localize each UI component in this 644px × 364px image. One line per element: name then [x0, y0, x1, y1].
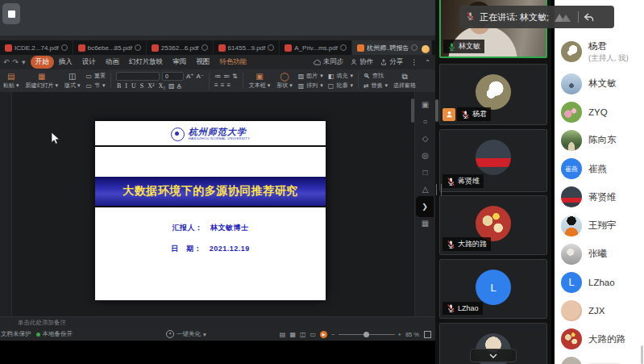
shapes-button[interactable]: ◯ 形状 ▾	[273, 73, 295, 90]
increase-font-icon[interactable]: A⁺	[186, 73, 194, 80]
strip-scrollbar[interactable]	[435, 99, 438, 122]
collapse-ribbon-icon[interactable]: ⌃	[425, 59, 430, 66]
document-tab[interactable]: bc6ebe...85.pdf	[73, 40, 147, 55]
share-button[interactable]: 分享	[380, 57, 403, 67]
panel-resize-handle[interactable]	[436, 184, 442, 195]
decrease-font-icon[interactable]: A⁻	[197, 73, 205, 80]
font-name-input[interactable]	[116, 72, 160, 81]
participant-row[interactable]: 崔燕崔燕	[555, 155, 644, 183]
normal-view-icon[interactable]: ▤	[280, 331, 286, 338]
number-list-icon[interactable]: ≕	[223, 73, 230, 80]
font-size-input[interactable]: 0	[162, 72, 184, 81]
font-color-icon[interactable]: A̲	[177, 82, 181, 90]
rail-panel-icon-1[interactable]: ▣	[422, 100, 429, 109]
participant-row[interactable]: 林文敏	[555, 69, 644, 98]
new-slide-button[interactable]: ▦ 新建幻灯片 ▾	[22, 73, 60, 90]
rail-panel-icon-3[interactable]: ◇	[422, 134, 429, 143]
participant-row[interactable]: 陈向东	[555, 126, 644, 154]
align-right-icon[interactable]: ≡	[226, 82, 231, 89]
undo-icon[interactable]: ↶	[3, 58, 10, 66]
notes-view-icon[interactable]: ▭	[310, 331, 317, 338]
menu-tab-审阅[interactable]: 审阅	[168, 56, 191, 69]
fill-button[interactable]: ◧填充 ▾	[328, 72, 353, 80]
format-X₂-button[interactable]: X₂	[157, 82, 166, 90]
line-spacing-icon[interactable]: ⇅	[232, 73, 238, 80]
format-S-button[interactable]: S	[139, 82, 144, 90]
highlight-color-icon[interactable]: ▨	[168, 82, 175, 90]
beautify-button[interactable]: ✦ 一键美化▾	[166, 330, 206, 338]
more-menu-icon[interactable]: ⋮	[410, 58, 418, 66]
rail-panel-icon-6[interactable]: △	[422, 185, 429, 194]
reading-view-icon[interactable]: ◫	[300, 331, 306, 338]
slide-thumbnail-panel[interactable]	[0, 92, 12, 316]
fit-slide-icon[interactable]	[424, 331, 431, 338]
participant-row[interactable]: ZYQ	[555, 98, 644, 126]
video-tile[interactable]: 大路的路	[439, 195, 547, 255]
menu-tab-幻灯片放映[interactable]: 幻灯片放映	[124, 56, 168, 69]
bullet-list-icon[interactable]: ≔	[214, 73, 221, 80]
history-dropdown-icon[interactable]: ▾	[22, 58, 26, 66]
video-tile[interactable]: 杨君	[439, 64, 547, 125]
stop-share-button[interactable]	[2, 3, 20, 24]
slide-sorter-icon[interactable]: ▦	[289, 331, 296, 338]
expand-panel-button[interactable]: ❯	[416, 196, 434, 217]
collapse-videos-button[interactable]	[470, 349, 517, 362]
zoom-out-icon[interactable]: −	[331, 331, 334, 338]
reset-button[interactable]: ▭重置	[85, 72, 106, 80]
menu-tab-插入[interactable]: 插入	[54, 56, 77, 69]
picture-button[interactable]: ▨图片 ▾	[298, 72, 323, 80]
participant-row[interactable]: LLZhao	[555, 268, 644, 296]
slideshow-play-button[interactable]: ▶	[320, 331, 327, 338]
text-box-button[interactable]: ▣ 文本框 ▾	[246, 73, 273, 90]
notes-bar[interactable]: 单击此处添加备注	[0, 316, 435, 328]
outline-button[interactable]: ▢轮廓 ▾	[328, 82, 353, 90]
arrange-button[interactable]: ▥排列 ▾	[298, 82, 323, 90]
document-tab[interactable]: 25362...6.pdf	[147, 40, 214, 55]
redo-icon[interactable]: ↷	[13, 58, 19, 66]
sync-status[interactable]: 未同步	[314, 57, 344, 67]
video-tile[interactable]: L LZhao	[439, 259, 547, 319]
align-left-icon[interactable]: ≡	[214, 82, 218, 89]
rail-panel-icon-5[interactable]: □	[422, 168, 427, 177]
video-tile[interactable]: 蒋贤维	[439, 129, 547, 192]
document-tab[interactable]: A_Priv...ms.pdf	[280, 40, 352, 55]
participant-row[interactable]: ZJX	[555, 297, 644, 325]
zoom-slider[interactable]	[339, 334, 395, 335]
rail-panel-icon-4[interactable]: ◎	[422, 151, 429, 160]
rail-panel-icon-8[interactable]: ▦	[422, 219, 429, 228]
participant-row[interactable]: 大路的路	[555, 325, 644, 354]
account-avatar[interactable]	[422, 45, 430, 53]
find-button[interactable]: 🔍︎查找	[364, 72, 388, 80]
restore-window-icon[interactable]	[584, 13, 594, 22]
paste-button[interactable]: ▤ 粘贴 ▾	[0, 73, 22, 90]
section-button[interactable]: ▭节 ▾	[85, 82, 106, 90]
collaborate-button[interactable]: 协作	[351, 57, 373, 67]
participant-row[interactable]: 杨君(主持人, 我)	[555, 34, 644, 69]
layout-button[interactable]: ◫ 版式 ▾	[61, 73, 83, 90]
format-U-button[interactable]: U	[131, 82, 137, 90]
zoom-in-icon[interactable]: +	[398, 331, 401, 338]
format-B-button[interactable]: B	[116, 82, 122, 90]
zoom-slider-knob[interactable]	[364, 332, 369, 337]
menu-tab-设计[interactable]: 设计	[77, 56, 101, 69]
slide[interactable]: 杭州师范大学 HANGZHOU NORMAL UNIVERSITY 大数据环境下…	[95, 121, 326, 300]
speaking-indicator-bar[interactable]: 正在讲话: 林文敏;	[459, 6, 614, 28]
menu-tab-动画[interactable]: 动画	[101, 56, 124, 69]
participant-row[interactable]: 张曦	[555, 240, 644, 268]
menu-tab-特色功能[interactable]: 特色功能	[214, 56, 251, 69]
replace-button[interactable]: ⇄替换 ▾	[364, 82, 388, 90]
zoom-percent[interactable]: 85 %	[405, 331, 419, 338]
format-I-button[interactable]: I	[124, 82, 128, 90]
document-tab[interactable]: 杭州师..聘报告×	[352, 40, 432, 55]
rail-panel-icon-2[interactable]: ○	[422, 117, 427, 126]
participant-row[interactable]	[555, 354, 644, 364]
menu-tab-开始[interactable]: 开始	[31, 56, 54, 69]
document-tab[interactable]: 61455...9.pdf	[214, 40, 280, 55]
participant-row[interactable]: 蒋贤维	[555, 183, 644, 211]
document-tab[interactable]: ICDE.2...74.pdf	[0, 40, 73, 55]
menu-tab-视图[interactable]: 视图	[191, 56, 214, 69]
format-X²-button[interactable]: X²	[147, 82, 155, 90]
participant-row[interactable]: 王翔宇	[555, 211, 644, 240]
participant-scrollbar[interactable]	[641, 345, 643, 364]
align-center-icon[interactable]: ≡	[221, 82, 225, 89]
